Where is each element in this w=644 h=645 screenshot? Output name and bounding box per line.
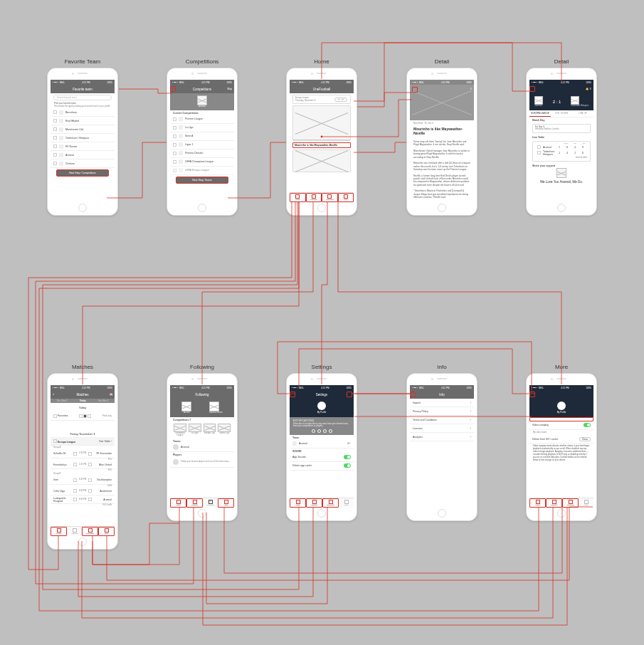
header: Competitions Skip <box>170 85 234 93</box>
header: Info <box>410 390 474 399</box>
league-row[interactable]: Primera División <box>170 150 234 158</box>
bell-icon[interactable]: 🔔 <box>586 88 588 90</box>
info-item[interactable]: Terms and Conditions› <box>410 416 474 424</box>
phone-detail-match: Detail BELL 4:21 PM 100% 🔔 ⇪ Arsenal 2 :… <box>526 68 597 216</box>
tab-more[interactable]: More <box>338 193 354 202</box>
tab-following[interactable]: Following <box>562 498 579 508</box>
cache-toggle[interactable]: Delete app cache <box>290 462 354 471</box>
share-icon[interactable]: ⇪ <box>470 87 472 90</box>
calendar-icon[interactable]: 📅 <box>107 390 115 399</box>
tab-overview[interactable]: EUROPA LEAGUE <box>529 110 551 117</box>
status-bar: BELL 4:21 PM 100% <box>410 385 474 390</box>
tab-more[interactable]: More <box>218 498 234 508</box>
tab-following[interactable]: Following <box>82 527 98 536</box>
fixture-row[interactable]: Schalke 041:00 PMFK Krasnodar <box>51 450 115 458</box>
team-row[interactable]: Tottenham / Hotspurs <box>51 134 115 142</box>
league-row[interactable]: Serie A <box>170 132 234 141</box>
screen-label: Detail <box>407 58 477 65</box>
tab-home[interactable]: Home <box>51 527 67 536</box>
tab-matches[interactable]: Matches <box>306 498 322 508</box>
league-row[interactable]: Ligue 1 <box>170 141 234 150</box>
notif-type-icon[interactable] <box>317 429 321 433</box>
video-autoplay-toggle[interactable]: Video autoplay <box>529 421 593 430</box>
info-item[interactable]: Privacy Policy› <box>410 407 474 416</box>
tab-liveticker[interactable]: LIVE TICKER <box>551 110 572 117</box>
cache-row[interactable]: Delete from SD / cache Clear <box>529 435 593 444</box>
comp-tile[interactable]: Europa Cup <box>204 424 216 437</box>
team-item[interactable]: Arsenal <box>170 444 234 452</box>
filter-icon[interactable]: ≡ <box>51 390 56 399</box>
tab-following[interactable]: ★Following <box>203 498 218 508</box>
header: ≡ Matches 📅 <box>51 390 115 399</box>
day-today[interactable]: Today <box>80 399 86 402</box>
team-row[interactable]: Real Madrid <box>51 117 115 125</box>
tab-matches[interactable]: Matches <box>186 498 203 508</box>
status-bar: BELL 4:21 PM 100% <box>290 385 354 390</box>
back-button[interactable] <box>410 392 416 397</box>
tab-home[interactable]: Home <box>170 498 186 508</box>
tab-more[interactable]: More <box>579 498 593 508</box>
app-sounds-toggle[interactable]: App Sounds <box>290 453 354 462</box>
team-row[interactable]: Arsenal <box>51 151 115 159</box>
comp-tile[interactable]: La Liga <box>189 424 201 437</box>
info-item[interactable]: Analytics› <box>410 433 474 441</box>
team-row[interactable]: Chelsea <box>51 159 115 168</box>
tab-lineup[interactable]: LINE UP <box>572 110 593 117</box>
day-next[interactable]: Sat, Nov 4 <box>98 399 108 402</box>
back-button[interactable] <box>412 87 418 93</box>
notif-type-icon[interactable] <box>329 429 332 433</box>
headline[interactable]: Mourinho is like Mayweather-Neville <box>295 144 349 147</box>
profile-button[interactable]: My Profile <box>290 399 354 417</box>
notif-type-icon[interactable] <box>312 429 315 433</box>
league-row[interactable]: Premier League <box>170 115 234 124</box>
day-prev[interactable]: Thu, Nov 2 <box>57 399 68 402</box>
tab-matches[interactable]: Matches <box>546 498 562 508</box>
fixture-row[interactable]: Inter3:00 PMSouthampton <box>51 476 115 485</box>
tab-following[interactable]: Following <box>322 193 338 202</box>
screen-label: Home <box>287 58 357 65</box>
header: OneFootball <box>290 85 354 93</box>
search-input[interactable]: Search favorite team <box>53 95 112 100</box>
status-bar: BELL 4:21 PM 100% <box>529 385 593 390</box>
notif-type-icon[interactable] <box>323 429 327 433</box>
tab-bar: Home Matches Following More <box>290 498 354 508</box>
fixture-row[interactable]: Celta Vigo3:00 PMAnderlecht <box>51 487 115 495</box>
phone-settings: Settings BELL 4:21 PM 100% Settings My P… <box>286 373 357 521</box>
comp-tile[interactable]: World Cup <box>218 424 231 437</box>
info-item[interactable]: Licenses› <box>410 424 474 433</box>
share-icon[interactable]: ⇪ <box>589 88 591 90</box>
featured-match-card[interactable]: Europa League Thursday, November 3 Tot ·… <box>292 95 351 104</box>
next-button[interactable]: Next Step: Teams <box>176 177 228 184</box>
see-full-table-link[interactable]: See full table <box>534 156 588 160</box>
team-row[interactable]: FK Rostov <box>51 142 115 151</box>
next-button[interactable]: Next Step: Competitions <box>56 169 109 177</box>
tab-home[interactable]: Home <box>290 498 306 508</box>
tab-home[interactable]: Home <box>529 498 546 508</box>
back-button[interactable] <box>529 86 535 92</box>
tab-more[interactable]: More <box>339 498 354 508</box>
skip-button[interactable]: Skip <box>225 85 234 93</box>
fixture-row[interactable]: Fenerbahçe1:45 PMMan United <box>51 461 115 469</box>
profile-button[interactable]: My Profile <box>529 399 593 417</box>
hero-article-card[interactable] <box>292 105 351 141</box>
phone-more: More BELL 4:21 PM 100% My Profile Video … <box>526 373 597 521</box>
info-item[interactable]: Imprint› <box>410 399 474 407</box>
league-row[interactable]: La Liga <box>170 124 234 132</box>
back-button[interactable] <box>170 86 176 92</box>
settings-button[interactable] <box>529 392 535 397</box>
tab-more[interactable]: More <box>98 527 115 536</box>
tab-matches[interactable]: Matches <box>67 527 82 536</box>
team-setting-row[interactable]: ArsenalAll › <box>290 440 354 449</box>
back-button[interactable] <box>290 392 295 397</box>
league-row[interactable]: UEFA Europa League <box>170 167 234 175</box>
tab-following[interactable]: Following <box>322 498 339 508</box>
tab-home[interactable]: Home <box>290 193 306 202</box>
info-button[interactable] <box>347 392 352 397</box>
league-row[interactable]: UEFA Champions League <box>170 158 234 167</box>
comp-tile[interactable]: Champions League <box>174 424 186 437</box>
tab-bar: Home Matches Following More <box>290 192 354 202</box>
see-table-link[interactable]: See Table › <box>99 440 112 443</box>
team-row[interactable]: Manchester Utd <box>51 125 115 134</box>
tab-matches[interactable]: Matches <box>306 193 322 202</box>
team-row[interactable]: Barcelona <box>51 108 115 117</box>
